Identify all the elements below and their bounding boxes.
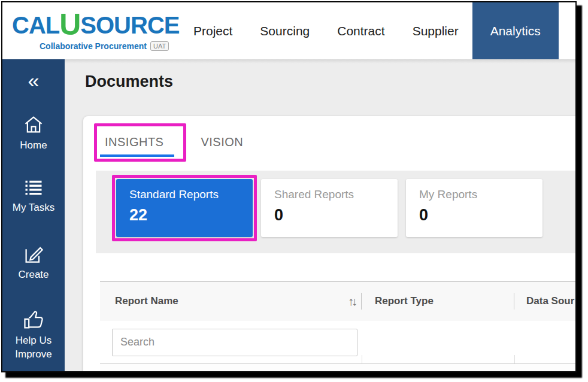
create-edit-icon: [2, 244, 65, 264]
report-name-filter-cell: [100, 321, 362, 363]
logo-cal: CAL: [12, 12, 59, 38]
column-label: Data Sour: [526, 295, 574, 307]
logo-tagline-row: Collaborative Procurement UAT: [12, 41, 158, 51]
sidebar-item-label: Help Us Improve: [12, 334, 55, 362]
sidebar-item-help-us-improve[interactable]: Help Us Improve: [2, 310, 65, 362]
home-icon: [2, 114, 65, 135]
logo-source: SOURCE: [80, 12, 179, 38]
card-my-reports[interactable]: My Reports 0: [406, 179, 542, 237]
documents-panel: INSIGHTS VISION Standard Reports 22 Shar: [83, 116, 575, 371]
tab-insights-label: INSIGHTS: [105, 135, 163, 148]
tab-insights[interactable]: INSIGHTS: [100, 132, 174, 157]
nav-item-project[interactable]: Project: [180, 2, 246, 59]
nav-item-supplier[interactable]: Supplier: [399, 2, 472, 59]
nav-item-contract[interactable]: Contract: [323, 2, 398, 59]
card-standard-reports[interactable]: Standard Reports 22: [116, 179, 253, 237]
page-title: Documents: [85, 72, 173, 91]
logo-u: U: [59, 8, 80, 41]
environment-badge: UAT: [150, 41, 169, 51]
sidebar-item-label: Home: [2, 139, 65, 153]
tasks-list-icon: [2, 178, 65, 197]
sidebar-collapse-icon[interactable]: «: [2, 70, 65, 90]
sort-icon[interactable]: ↑↓: [348, 295, 355, 308]
table-filter-row: [100, 321, 575, 364]
column-header-report-type[interactable]: Report Type: [362, 281, 514, 321]
card-value: 22: [129, 206, 253, 225]
column-header-data-source[interactable]: Data Sour: [514, 281, 575, 321]
column-label: Report Name: [115, 295, 178, 307]
logo-tagline: Collaborative Procurement: [40, 41, 147, 51]
card-label: Shared Reports: [274, 188, 398, 201]
sidebar-item-home[interactable]: Home: [2, 114, 65, 153]
tab-vision[interactable]: VISION: [201, 132, 243, 157]
sidebar-item-create[interactable]: Create: [2, 244, 65, 282]
sidebar-item-label: Create: [2, 268, 65, 282]
content-area: Documents INSIGHTS VISION Standard Repor…: [65, 59, 575, 371]
reports-table: Report Name ↑↓ Report Type Data Sour: [100, 281, 575, 371]
column-header-report-name[interactable]: Report Name ↑↓: [100, 281, 361, 321]
insights-vision-tabs: INSIGHTS VISION: [100, 132, 243, 157]
calusource-logo[interactable]: CALUSOURCE Collaborative Procurement UAT: [12, 11, 158, 51]
top-nav: Project Sourcing Contract Supplier Analy…: [180, 2, 559, 59]
card-value: 0: [274, 206, 398, 225]
column-label: Report Type: [375, 295, 434, 307]
table-body-row: [100, 364, 575, 371]
main-area: « Home: [2, 59, 575, 371]
card-label: My Reports: [419, 188, 542, 201]
nav-item-sourcing[interactable]: Sourcing: [246, 2, 323, 59]
report-type-filter-cell: [362, 321, 514, 363]
report-summary-band: Standard Reports 22 Shared Reports 0 My …: [96, 171, 575, 253]
search-input[interactable]: [112, 329, 357, 356]
left-sidebar: « Home: [2, 59, 65, 371]
data-source-filter-cell: [515, 321, 575, 363]
app-window: CALUSOURCE Collaborative Procurement UAT…: [1, 1, 577, 372]
card-value: 0: [419, 206, 542, 225]
sidebar-item-label: My Tasks: [2, 201, 65, 215]
card-shared-reports[interactable]: Shared Reports 0: [261, 179, 398, 237]
card-label: Standard Reports: [129, 188, 253, 201]
sidebar-item-my-tasks[interactable]: My Tasks: [2, 178, 65, 215]
logo-wordmark: CALUSOURCE: [12, 11, 158, 40]
top-header: CALUSOURCE Collaborative Procurement UAT…: [2, 2, 575, 59]
reports-table-header: Report Name ↑↓ Report Type Data Sour: [100, 281, 575, 321]
thumbs-up-icon: [2, 310, 65, 330]
nav-item-analytics[interactable]: Analytics: [472, 2, 559, 59]
report-summary-cards: Standard Reports 22 Shared Reports 0 My …: [116, 179, 542, 237]
